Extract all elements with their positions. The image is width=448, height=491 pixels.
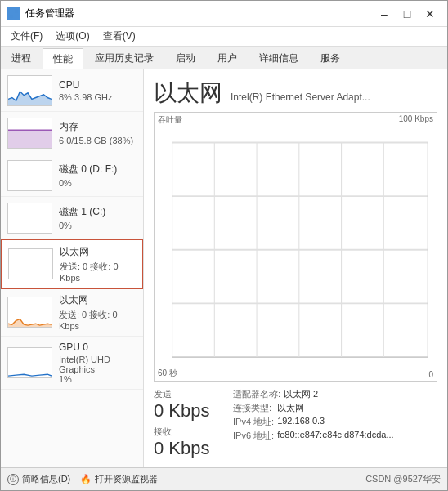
title-bar: 任务管理器 – □ ✕ [1, 1, 447, 27]
summary-label: 简略信息(D) [22, 473, 70, 485]
tab-users[interactable]: 用户 [207, 47, 248, 69]
disk1-info: 磁盘 1 (C:) 0% [59, 205, 137, 230]
receive-value: 0 Kbps [154, 438, 223, 459]
perf-item-memory[interactable]: 内存 6.0/15.8 GB (38%) [1, 112, 143, 154]
ethernet2-info: 以太网 发送: 0 接收: 0 Kbps [59, 293, 137, 331]
disk0-info: 磁盘 0 (D: F:) 0% [59, 163, 137, 188]
svg-rect-5 [8, 203, 52, 233]
send-label: 发送 [154, 388, 223, 400]
disk0-label: 磁盘 0 (D: F:) [59, 163, 137, 176]
window-controls: – □ ✕ [374, 6, 441, 22]
adapter-value: 以太网 2 [284, 388, 318, 400]
tab-startup[interactable]: 启动 [165, 47, 206, 69]
ipv6-row: IPv6 地址: fe80::e847:e84c:d874:dcda... [233, 430, 394, 442]
ethernet1-value: 发送: 0 接收: 0 Kbps [60, 261, 136, 283]
left-panel: CPU 8% 3.98 GHz 内存 6.0/15.8 GB (38%) [1, 69, 144, 467]
bottom-bar: ⓘ 简略信息(D) 🔥 打开资源监视器 CSDN @9527华安 [1, 467, 447, 490]
disk0-mini-graph [7, 160, 52, 191]
task-manager-window: 任务管理器 – □ ✕ 文件(F) 选项(O) 查看(V) 进程 性能 应用历史… [0, 0, 448, 491]
watermark: CSDN @9527华安 [365, 473, 441, 485]
disk1-mini-graph [7, 203, 52, 234]
send-value: 0 Kbps [154, 400, 223, 422]
tab-app-history[interactable]: 应用历史记录 [84, 47, 164, 69]
open-monitor-button[interactable]: 🔥 打开资源监视器 [80, 473, 158, 485]
tab-services[interactable]: 服务 [310, 47, 351, 69]
ipv4-label: IPv4 地址: [233, 416, 274, 428]
main-content: CPU 8% 3.98 GHz 内存 6.0/15.8 GB (38%) [1, 69, 447, 467]
tab-details[interactable]: 详细信息 [249, 47, 309, 69]
info-table: 适配器名称: 以太网 2 连接类型: 以太网 IPv4 地址: 192.168.… [233, 388, 394, 444]
svg-rect-4 [8, 161, 52, 190]
ethernet2-mini-graph [7, 297, 52, 328]
tab-performance[interactable]: 性能 [43, 48, 83, 69]
perf-item-ethernet1[interactable]: 以太网 发送: 0 接收: 0 Kbps [1, 239, 144, 289]
send-stat: 发送 0 Kbps [154, 388, 223, 422]
gpu-mini-graph [7, 347, 52, 378]
ethernet2-label: 以太网 [59, 293, 137, 307]
receive-label: 接收 [154, 426, 223, 438]
gpu-value: Intel(R) UHD Graphics1% [59, 355, 137, 384]
perf-item-gpu[interactable]: GPU 0 Intel(R) UHD Graphics1% [1, 337, 143, 390]
menu-bar: 文件(F) 选项(O) 查看(V) [1, 27, 447, 47]
panel-subtitle: Intel(R) Ethernet Server Adapt... [231, 92, 370, 103]
svg-rect-0 [10, 10, 13, 13]
chart-y-max-label: 100 Kbps [399, 114, 433, 123]
menu-options[interactable]: 选项(O) [49, 28, 96, 45]
svg-rect-2 [10, 15, 13, 18]
memory-mini-graph [7, 118, 52, 149]
type-row: 连接类型: 以太网 [233, 402, 394, 414]
ipv4-row: IPv4 地址: 192.168.0.3 [233, 416, 394, 428]
disk1-value: 0% [59, 221, 137, 230]
cpu-info: CPU 8% 3.98 GHz [59, 79, 137, 102]
ethernet1-label: 以太网 [60, 245, 136, 259]
open-monitor-label: 打开资源监视器 [95, 473, 158, 485]
memory-label: 内存 [59, 120, 137, 134]
close-button[interactable]: ✕ [419, 6, 441, 22]
summary-info-button[interactable]: ⓘ 简略信息(D) [7, 473, 70, 485]
type-label: 连接类型: [233, 402, 274, 414]
perf-item-disk1[interactable]: 磁盘 1 (C:) 0% [1, 197, 143, 239]
perf-item-disk0[interactable]: 磁盘 0 (D: F:) 0% [1, 154, 143, 197]
cpu-value: 8% 3.98 GHz [59, 92, 137, 102]
chart-throughput-label: 吞吐量 [158, 114, 182, 126]
cpu-mini-graph [7, 75, 52, 106]
menu-view[interactable]: 查看(V) [96, 28, 142, 45]
tab-bar: 进程 性能 应用历史记录 启动 用户 详细信息 服务 [1, 47, 447, 69]
chart-x-min-label: 60 秒 [158, 368, 177, 379]
adapter-label: 适配器名称: [233, 388, 280, 400]
perf-item-ethernet2[interactable]: 以太网 发送: 0 接收: 0 Kbps [1, 288, 143, 337]
gpu-info: GPU 0 Intel(R) UHD Graphics1% [59, 341, 137, 384]
cpu-label: CPU [59, 79, 137, 91]
ethernet2-value: 发送: 0 接收: 0 Kbps [59, 309, 137, 331]
stats-section: 发送 0 Kbps 接收 0 Kbps [154, 388, 223, 459]
network-chart: 吞吐量 100 Kbps 60 秒 0 [154, 112, 437, 382]
minimize-button[interactable]: – [374, 6, 395, 22]
svg-rect-3 [15, 15, 18, 18]
receive-stat: 接收 0 Kbps [154, 426, 223, 459]
memory-info: 内存 6.0/15.8 GB (38%) [59, 120, 137, 145]
gpu-label: GPU 0 [59, 341, 137, 353]
ipv6-label: IPv6 地址: [233, 430, 274, 442]
disk0-value: 0% [59, 178, 137, 188]
summary-icon: ⓘ [7, 474, 19, 485]
svg-rect-6 [9, 249, 52, 279]
right-panel: 以太网 Intel(R) Ethernet Server Adapt... 吞吐… [144, 69, 447, 467]
tab-processes[interactable]: 进程 [1, 47, 42, 69]
chart-x-max-label: 0 [428, 370, 433, 379]
ethernet1-mini-graph [8, 248, 53, 279]
memory-value: 6.0/15.8 GB (38%) [59, 136, 137, 145]
app-icon [7, 7, 20, 20]
panel-header: 以太网 Intel(R) Ethernet Server Adapt... [154, 78, 437, 109]
ipv6-value: fe80::e847:e84c:d874:dcda... [277, 430, 394, 442]
perf-item-cpu[interactable]: CPU 8% 3.98 GHz [1, 69, 143, 112]
svg-rect-1 [15, 10, 18, 13]
ethernet1-info: 以太网 发送: 0 接收: 0 Kbps [60, 245, 136, 283]
bottom-left: ⓘ 简略信息(D) 🔥 打开资源监视器 [7, 473, 158, 485]
title-bar-left: 任务管理器 [7, 7, 74, 20]
ipv4-value: 192.168.0.3 [277, 416, 325, 428]
maximize-button[interactable]: □ [396, 6, 418, 22]
window-title: 任务管理器 [25, 7, 74, 20]
fire-icon: 🔥 [80, 474, 92, 484]
menu-file[interactable]: 文件(F) [4, 28, 49, 45]
disk1-label: 磁盘 1 (C:) [59, 205, 137, 219]
